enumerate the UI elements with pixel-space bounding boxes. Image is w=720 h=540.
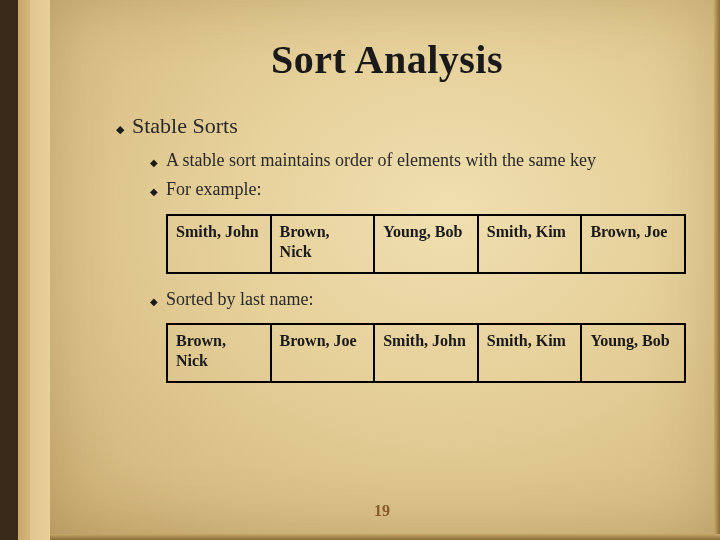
table-cell: Brown, Joe [581,215,685,273]
slide-page: Sort Analysis ◆ Stable Sorts ◆ A stable … [50,0,714,534]
diamond-icon: ◆ [150,178,166,201]
bullet-level2: ◆ Sorted by last name: [150,288,664,311]
bullet-text: Sorted by last name: [166,288,313,311]
diamond-icon: ◆ [150,288,166,311]
table-cell: Brown, Nick [271,215,375,273]
table-cell: Smith, John [167,215,271,273]
bullet-text: A stable sort maintains order of element… [166,149,596,172]
bullet-level2: ◆ For example: [150,178,664,201]
table-cell: Brown, Joe [271,324,375,382]
bullet-level2: ◆ A stable sort maintains order of eleme… [150,149,664,172]
sorted-table: Brown, Nick Brown, Joe Smith, John Smith… [166,323,664,383]
table-cell: Young, Bob [374,215,478,273]
bullet-text: Stable Sorts [132,113,238,139]
unsorted-table: Smith, John Brown, Nick Young, Bob Smith… [166,214,664,274]
diamond-icon: ◆ [150,149,166,172]
page-edge [50,534,720,540]
table-cell: Smith, Kim [478,215,582,273]
diamond-icon: ◆ [116,113,132,139]
table-cell: Brown, Nick [167,324,271,382]
table-cell: Smith, John [374,324,478,382]
bullet-level1: ◆ Stable Sorts [116,113,664,139]
page-edge [714,0,720,540]
table-cell: Smith, Kim [478,324,582,382]
page-title: Sort Analysis [110,36,664,83]
page-number: 19 [50,502,714,520]
bullet-text: For example: [166,178,261,201]
table-cell: Young, Bob [581,324,685,382]
